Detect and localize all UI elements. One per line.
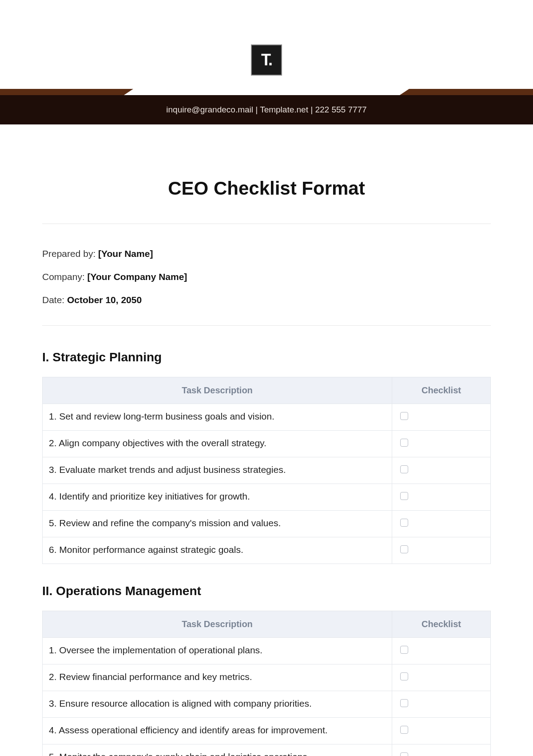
meta-date: Date: October 10, 2050: [42, 295, 491, 305]
task-cell: 6. Monitor performance against strategic…: [43, 537, 392, 564]
column-header-task: Task Description: [43, 377, 392, 404]
logo-container: T.: [0, 0, 533, 89]
checkbox-cell: [392, 537, 491, 564]
column-header-task: Task Description: [43, 611, 392, 638]
checkbox-cell: [392, 664, 491, 691]
meta-label: Date:: [42, 295, 67, 305]
column-header-checklist: Checklist: [392, 611, 491, 638]
checkbox-icon[interactable]: [400, 699, 408, 707]
checkbox-icon[interactable]: [400, 465, 408, 473]
task-cell: 2. Review financial performance and key …: [43, 664, 392, 691]
table-row: 2. Review financial performance and key …: [43, 664, 491, 691]
task-cell: 2. Align company objectives with the ove…: [43, 431, 392, 457]
meta-label: Prepared by:: [42, 248, 98, 259]
meta-company: Company: [Your Company Name]: [42, 272, 491, 282]
table-row: 3. Ensure resource allocation is aligned…: [43, 691, 491, 718]
divider: [42, 325, 491, 326]
section-heading: I. Strategic Planning: [42, 350, 491, 364]
document-page: T. inquire@grandeco.mail | Template.net …: [0, 0, 533, 756]
task-cell: 4. Identify and prioritize key initiativ…: [43, 484, 392, 511]
sections-container: I. Strategic PlanningTask DescriptionChe…: [42, 350, 491, 756]
checkbox-cell: [392, 691, 491, 718]
column-header-checklist: Checklist: [392, 377, 491, 404]
checkbox-cell: [392, 744, 491, 756]
table-row: 4. Identify and prioritize key initiativ…: [43, 484, 491, 511]
page-title: CEO Checklist Format: [42, 178, 491, 199]
checkbox-icon[interactable]: [400, 726, 408, 734]
checkbox-cell: [392, 511, 491, 537]
table-row: 5. Monitor the company's supply chain an…: [43, 744, 491, 756]
meta-value: [Your Company Name]: [88, 272, 187, 282]
checkbox-icon[interactable]: [400, 412, 408, 420]
checkbox-cell: [392, 404, 491, 431]
meta-prepared-by: Prepared by: [Your Name]: [42, 248, 491, 259]
meta-label: Company:: [42, 272, 88, 282]
meta-value: October 10, 2050: [67, 295, 142, 305]
checkbox-cell: [392, 638, 491, 664]
checkbox-cell: [392, 457, 491, 484]
table-row: 3. Evaluate market trends and adjust bus…: [43, 457, 491, 484]
checkbox-icon[interactable]: [400, 752, 408, 756]
checkbox-icon[interactable]: [400, 545, 408, 553]
checkbox-cell: [392, 431, 491, 457]
logo-icon: T.: [251, 44, 282, 76]
checklist-table: Task DescriptionChecklist1. Oversee the …: [42, 611, 491, 756]
checkbox-icon[interactable]: [400, 646, 408, 654]
checkbox-cell: [392, 718, 491, 744]
divider: [42, 224, 491, 224]
meta-value: [Your Name]: [98, 248, 153, 259]
section-heading: II. Operations Management: [42, 584, 491, 598]
table-row: 2. Align company objectives with the ove…: [43, 431, 491, 457]
table-row: 1. Set and review long-term business goa…: [43, 404, 491, 431]
meta-block: Prepared by: [Your Name] Company: [Your …: [42, 248, 491, 305]
task-cell: 5. Monitor the company's supply chain an…: [43, 744, 392, 756]
checkbox-icon[interactable]: [400, 519, 408, 527]
checklist-table: Task DescriptionChecklist1. Set and revi…: [42, 377, 491, 564]
table-row: 5. Review and refine the company's missi…: [43, 511, 491, 537]
checkbox-icon[interactable]: [400, 672, 408, 680]
header-accent: [0, 89, 533, 95]
table-row: 1. Oversee the implementation of operati…: [43, 638, 491, 664]
checkbox-cell: [392, 484, 491, 511]
header-contact-line: inquire@grandeco.mail | Template.net | 2…: [0, 95, 533, 124]
checkbox-icon[interactable]: [400, 492, 408, 500]
task-cell: 3. Evaluate market trends and adjust bus…: [43, 457, 392, 484]
table-row: 6. Monitor performance against strategic…: [43, 537, 491, 564]
task-cell: 5. Review and refine the company's missi…: [43, 511, 392, 537]
checkbox-icon[interactable]: [400, 439, 408, 447]
content-area: CEO Checklist Format Prepared by: [Your …: [0, 178, 533, 756]
table-row: 4. Assess operational efficiency and ide…: [43, 718, 491, 744]
task-cell: 3. Ensure resource allocation is aligned…: [43, 691, 392, 718]
task-cell: 4. Assess operational efficiency and ide…: [43, 718, 392, 744]
task-cell: 1. Set and review long-term business goa…: [43, 404, 392, 431]
task-cell: 1. Oversee the implementation of operati…: [43, 638, 392, 664]
header-bar: inquire@grandeco.mail | Template.net | 2…: [0, 89, 533, 124]
